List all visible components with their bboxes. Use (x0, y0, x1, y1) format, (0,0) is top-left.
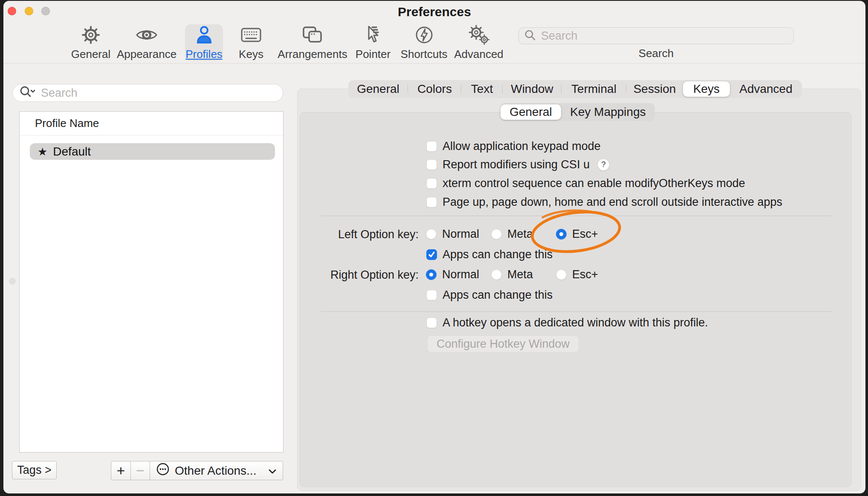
row-modify-other-keys: xterm control sequence can enable modify… (426, 175, 745, 191)
left-option-meta[interactable]: Meta (491, 226, 533, 242)
toolbar-search-input[interactable] (540, 29, 781, 43)
cursor-icon (364, 24, 382, 46)
modify-other-keys-label: xterm control sequence can enable modify… (443, 177, 745, 190)
window-title: Preferences (3, 5, 865, 19)
row-right-apps-change: Apps can change this (426, 287, 553, 303)
configure-hotkey-window-button: Configure Hotkey Window (427, 335, 579, 352)
left-option-label: Left Option key: (297, 228, 419, 241)
gears-icon (467, 24, 491, 46)
toolbar-label-general: General (71, 48, 111, 61)
left-option-normal-label: Normal (442, 228, 479, 241)
remove-profile-button: − (130, 461, 150, 480)
profile-list-header: Profile Name (20, 112, 283, 136)
right-option-esc[interactable]: Esc+ (556, 266, 598, 283)
toolbar-item-appearance[interactable]: Appearance (119, 24, 175, 61)
page-scroll-checkbox[interactable] (426, 197, 437, 208)
toolbar-label-advanced: Advanced (454, 48, 503, 61)
ellipsis-circle-icon (156, 462, 170, 479)
left-apps-change-label: Apps can change this (443, 248, 553, 261)
row-page-scroll: Page up, page down, home and end scroll … (426, 194, 782, 210)
tab-general[interactable]: General (348, 80, 408, 98)
keypad-mode-checkbox[interactable] (426, 141, 437, 152)
search-scope-icon (19, 86, 36, 100)
chevron-down-icon (268, 464, 277, 477)
toolbar-separator (3, 63, 865, 63)
add-profile-button[interactable]: + (111, 461, 131, 480)
csi-u-label: Report modifiers using CSI u (443, 158, 590, 171)
toolbar-label-arrangements: Arrangements (278, 48, 347, 61)
subtab-key-mappings[interactable]: Key Mappings (561, 103, 655, 121)
toolbar-item-profiles[interactable]: Profiles (185, 24, 223, 61)
profile-row-default[interactable]: ★ Default (30, 143, 275, 160)
right-option-normal-label: Normal (442, 268, 479, 281)
tab-session[interactable]: Session (626, 80, 683, 98)
hotkey-checkbox[interactable] (426, 317, 437, 328)
star-icon: ★ (38, 146, 47, 157)
person-icon (194, 24, 214, 46)
help-button[interactable]: ? (597, 159, 610, 171)
modify-other-keys-checkbox[interactable] (426, 178, 437, 189)
window-edge-dot (9, 278, 16, 285)
left-option-meta-label: Meta (507, 228, 533, 241)
left-apps-change-checkbox[interactable] (426, 249, 437, 260)
other-actions-dropdown[interactable]: Other Actions... (150, 461, 283, 480)
keypad-mode-label: Allow application keypad mode (443, 140, 601, 153)
tab-keys[interactable]: Keys (683, 81, 730, 97)
left-option-esc-label: Esc+ (572, 228, 598, 241)
profile-search-input[interactable] (40, 86, 281, 100)
hotkey-label: A hotkey opens a dedicated window with t… (443, 316, 708, 329)
toolbar-item-pointer[interactable]: Pointer (353, 24, 393, 61)
right-option-meta[interactable]: Meta (491, 266, 533, 283)
tab-advanced[interactable]: Advanced (730, 80, 802, 98)
keys-subtabs: General Key Mappings (501, 103, 655, 121)
toolbar-item-keys[interactable]: Keys (234, 24, 268, 61)
right-option-normal-radio[interactable] (426, 269, 437, 280)
search-icon (524, 29, 536, 43)
toolbar-item-advanced[interactable]: Advanced (454, 24, 504, 61)
left-option-esc-radio[interactable] (556, 229, 567, 239)
row-csi-u: Report modifiers using CSI u ? (426, 156, 610, 173)
csi-u-checkbox[interactable] (426, 159, 437, 170)
keyboard-icon (240, 24, 262, 46)
right-option-normal[interactable]: Normal (426, 266, 479, 283)
separator (321, 311, 832, 312)
left-option-esc[interactable]: Esc+ (556, 226, 598, 242)
toolbar-label-pointer: Pointer (356, 48, 391, 61)
tab-window[interactable]: Window (503, 80, 561, 98)
toolbar-item-general[interactable]: General (69, 24, 112, 61)
profile-tabs: General Colors Text Window Terminal Sess… (348, 80, 802, 98)
row-hotkey: A hotkey opens a dedicated window with t… (426, 314, 708, 331)
toolbar-item-arrangements[interactable]: Arrangements (277, 24, 348, 61)
left-option-normal[interactable]: Normal (426, 226, 479, 242)
tab-colors[interactable]: Colors (408, 80, 461, 98)
profile-search-field[interactable] (12, 84, 283, 102)
gear-icon (81, 24, 101, 46)
toolbar-label-appearance: Appearance (117, 48, 176, 61)
right-option-esc-label: Esc+ (572, 268, 598, 281)
tab-text[interactable]: Text (461, 80, 503, 98)
other-actions-label: Other Actions... (175, 464, 263, 478)
toolbar-search-field[interactable] (518, 27, 794, 44)
right-apps-change-label: Apps can change this (443, 288, 553, 302)
right-apps-change-checkbox[interactable] (426, 290, 437, 300)
titlebar: Preferences (3, 1, 865, 22)
toolbar-label-shortcuts: Shortcuts (401, 48, 448, 61)
right-option-esc-radio[interactable] (556, 269, 567, 280)
subtab-general[interactable]: General (501, 104, 561, 120)
toolbar-label-profiles: Profiles (185, 48, 223, 61)
tags-button[interactable]: Tags > (12, 461, 57, 479)
right-option-meta-label: Meta (507, 268, 533, 281)
preferences-window: Preferences General (3, 1, 865, 493)
right-option-meta-radio[interactable] (491, 269, 502, 280)
left-option-meta-radio[interactable] (491, 229, 502, 239)
lightning-icon (414, 24, 434, 46)
right-option-label: Right Option key: (297, 268, 419, 282)
left-option-normal-radio[interactable] (426, 229, 437, 239)
tab-terminal[interactable]: Terminal (561, 80, 626, 98)
eye-icon (136, 24, 158, 46)
separator (321, 216, 832, 216)
page-scroll-label: Page up, page down, home and end scroll … (443, 196, 782, 209)
row-keypad-mode: Allow application keypad mode (426, 138, 601, 154)
toolbar-item-shortcuts[interactable]: Shortcuts (399, 24, 449, 61)
profile-list: Profile Name ★ Default (19, 111, 284, 453)
